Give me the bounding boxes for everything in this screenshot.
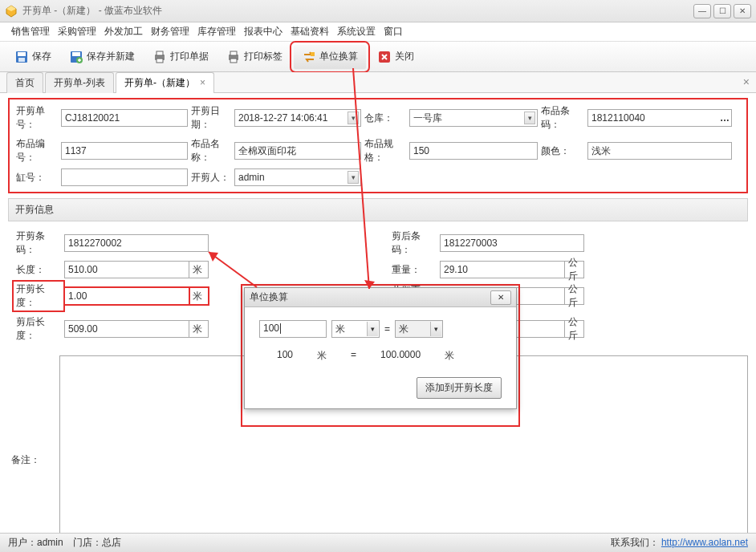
prod-no-field[interactable]: 1137 [61, 142, 188, 160]
print-label-label: 打印标签 [244, 50, 282, 63]
unit-convert-label: 单位换算 [319, 50, 358, 63]
window-title: 开剪单 -（新建） - 傲蓝布业软件 [22, 4, 693, 18]
operator-field[interactable]: admin▾ [234, 168, 361, 186]
cut-date-field[interactable]: 2018-12-27 14:06:41▾ [234, 109, 361, 127]
conversion-input-row: 100 米▾ = 米▾ [259, 320, 502, 338]
after-length-unit: 米 [189, 320, 209, 338]
prod-no-label: 布品编号： [13, 136, 61, 166]
svg-rect-3 [18, 52, 26, 56]
dialog-title: 单位换算 [250, 290, 490, 304]
cut-length-unit: 米 [189, 287, 209, 305]
menu-reports[interactable]: 报表中心 [244, 25, 282, 39]
operator-label: 开剪人： [188, 169, 234, 186]
close-window-button[interactable]: ✕ [734, 4, 751, 18]
remark-label: 备注： [8, 355, 59, 552]
weight-label: 重量： [388, 262, 440, 278]
menu-window[interactable]: 窗口 [384, 25, 403, 39]
menu-purchase[interactable]: 采购管理 [58, 25, 96, 39]
weight-field[interactable]: 29.10 [440, 261, 565, 278]
cut-length-field[interactable]: 1.00 [64, 287, 189, 305]
from-unit-select[interactable]: 米▾ [331, 320, 380, 338]
tabs: 首页 开剪单-列表 开剪单-（新建）× × [0, 72, 756, 93]
print-label-button[interactable]: 打印标签 [220, 47, 289, 67]
save-label: 保存 [32, 50, 51, 63]
color-label: 颜色： [538, 143, 587, 160]
print-doc-button[interactable]: 打印单据 [146, 47, 215, 67]
spec-field[interactable]: 150 [409, 142, 538, 160]
menu-basedata[interactable]: 基础资料 [291, 25, 329, 39]
chevron-down-icon[interactable]: ▾ [348, 171, 359, 184]
unit-convert-dialog: 单位换算 ✕ 100 米▾ = 米▾ 100 米 = 100.0000 米 添加… [244, 287, 517, 409]
close-label: 关闭 [395, 50, 414, 63]
save-icon [14, 50, 29, 64]
dialog-close-button[interactable]: ✕ [490, 290, 511, 305]
menu-outsourcing[interactable]: 外发加工 [104, 25, 143, 39]
text-cursor [280, 323, 281, 334]
after-length-field[interactable]: 509.00 [64, 320, 189, 338]
close-button[interactable]: 关闭 [371, 47, 421, 67]
to-unit-select[interactable]: 米▾ [395, 320, 443, 338]
cut-no-field[interactable]: CJ18120021 [61, 109, 188, 127]
unit-convert-button[interactable]: 单位换算 [294, 45, 366, 69]
tab-list[interactable]: 开剪单-列表 [45, 72, 114, 93]
chevron-down-icon[interactable]: ▾ [524, 112, 535, 124]
result-equals: = [351, 349, 356, 363]
after-length-label: 剪后长度： [13, 314, 64, 344]
menu-sales[interactable]: 销售管理 [11, 25, 50, 39]
menu-finance[interactable]: 财务管理 [151, 25, 189, 39]
cut-barcode-label: 开剪条码： [13, 228, 64, 258]
menu-settings[interactable]: 系统设置 [337, 25, 376, 39]
result-value: 100 [277, 349, 293, 363]
warehouse-field[interactable]: 一号库▾ [409, 109, 538, 127]
tab-close-icon[interactable]: × [200, 77, 205, 88]
prod-name-label: 布品名称： [188, 136, 234, 166]
printer-icon [152, 50, 167, 64]
chevron-down-icon[interactable]: ▾ [430, 322, 441, 336]
svg-rect-10 [156, 59, 163, 63]
length-unit: 米 [189, 261, 209, 278]
tabs-close-all-icon[interactable]: × [743, 75, 750, 88]
svg-rect-4 [18, 58, 25, 62]
length-label: 长度： [13, 262, 64, 278]
equals-sign: = [384, 323, 390, 335]
length-field[interactable]: 510.00 [64, 261, 189, 278]
color-field[interactable]: 浅米 [587, 142, 732, 160]
toolbar: 保存 保存并新建 打印单据 打印标签 单位换算 关闭 [0, 42, 756, 72]
save-new-button[interactable]: 保存并新建 [63, 47, 141, 67]
dialog-titlebar[interactable]: 单位换算 ✕ [245, 288, 516, 307]
svg-rect-9 [156, 51, 163, 55]
convert-value-input[interactable]: 100 [259, 320, 327, 338]
dialog-body: 100 米▾ = 米▾ 100 米 = 100.0000 米 添加到开剪长度 [245, 307, 516, 408]
tab-home[interactable]: 首页 [6, 72, 43, 93]
warehouse-label: 仓库： [361, 110, 409, 127]
titlebar: 开剪单 -（新建） - 傲蓝布业软件 — ☐ ✕ [0, 0, 756, 22]
ellipsis-icon[interactable]: … [720, 112, 730, 124]
menubar: 销售管理 采购管理 外发加工 财务管理 库存管理 报表中心 基础资料 系统设置 … [0, 22, 756, 42]
prod-name-field[interactable]: 全棉双面印花 [234, 142, 361, 160]
cut-no-label: 开剪单号： [13, 103, 61, 133]
cut-weight-unit: 公斤 [565, 287, 584, 305]
after-barcode-label: 剪后条码： [388, 228, 440, 258]
save-button[interactable]: 保存 [8, 47, 58, 67]
after-barcode-field[interactable]: 1812270003 [440, 234, 584, 252]
after-weight-unit: 公斤 [565, 320, 584, 338]
minimize-button[interactable]: — [693, 4, 711, 18]
chevron-down-icon[interactable]: ▾ [348, 112, 359, 124]
result-from-unit: 米 [317, 349, 327, 363]
cut-barcode-field[interactable]: 1812270002 [64, 234, 209, 252]
vat-field[interactable] [61, 168, 188, 186]
result-converted: 100.0000 [380, 349, 421, 363]
spec-label: 布品规格： [361, 136, 409, 166]
cut-info-header: 开剪信息 [8, 198, 748, 221]
barcode-field[interactable]: 1812110040… [587, 109, 732, 127]
chevron-down-icon[interactable]: ▾ [367, 322, 378, 336]
status-left: 用户：admin 门店：总店 [8, 536, 121, 550]
maximize-button[interactable]: ☐ [713, 4, 731, 18]
menu-inventory[interactable]: 库存管理 [197, 25, 236, 39]
result-to-unit: 米 [445, 349, 454, 363]
add-to-cut-length-button[interactable]: 添加到开剪长度 [417, 377, 502, 399]
tab-new[interactable]: 开剪单-（新建）× [116, 72, 214, 93]
contact-link[interactable]: http://www.aolan.net [661, 537, 748, 548]
label-printer-icon [226, 50, 241, 64]
status-right: 联系我们： http://www.aolan.net [611, 536, 748, 550]
